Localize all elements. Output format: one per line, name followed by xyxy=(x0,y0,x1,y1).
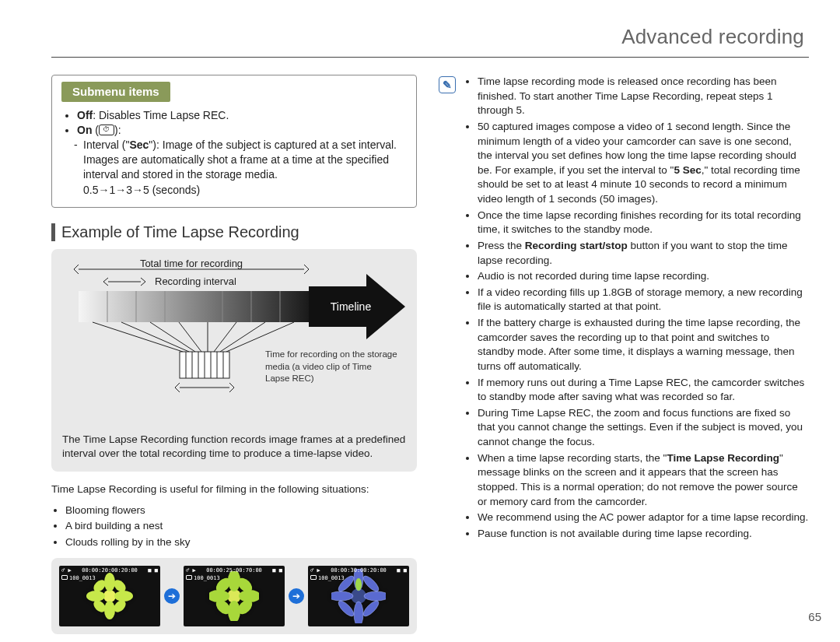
thumbnail-3: < ellipse cx="35" cy="50" rx="4" ry="8"/… xyxy=(308,566,409,626)
list-item: A bird building a nest xyxy=(65,518,417,534)
svg-line-13 xyxy=(150,322,195,352)
list-item: Clouds rolling by in the sky xyxy=(65,535,417,550)
situations-intro: Time Lapse Recording is useful for filmi… xyxy=(51,482,417,496)
svg-line-18 xyxy=(226,322,294,352)
timelapse-icon xyxy=(99,125,114,135)
svg-point-31 xyxy=(86,591,105,602)
interval-line: Interval ("Sec"): Image of the subject i… xyxy=(77,138,405,198)
diagram-box: Total time for recording Recording inter… xyxy=(51,249,417,472)
thumbnail-1: ♂ ▶00:00:20:00:20:00■ ■ 100_0013 xyxy=(59,566,160,626)
note-icon: ✎ xyxy=(439,76,456,93)
note-item: When a time lapse recording starts, the … xyxy=(478,451,809,510)
svg-line-16 xyxy=(214,322,236,352)
total-label: Total time for recording xyxy=(140,258,243,269)
svg-point-30 xyxy=(104,601,115,619)
arrow-right-icon: ➔ xyxy=(164,588,180,604)
note-item: Audio is not recorded during time lapse … xyxy=(478,269,809,284)
timeline-diagram: Total time for recording Recording inter… xyxy=(62,258,406,414)
section-heading: Example of Time Lapse Recording xyxy=(51,223,417,241)
submenu-box: Submenu items Off: Disables Time Lapse R… xyxy=(51,75,417,208)
note-item: Press the Recording start/stop button if… xyxy=(478,239,809,268)
arrow-right-icon: ➔ xyxy=(289,588,304,604)
timeline-label-svg: Timeline xyxy=(331,300,372,313)
note-item: We recommend using the AC power adaptor … xyxy=(478,510,809,525)
svg-line-17 xyxy=(220,322,265,352)
page-number: 65 xyxy=(808,610,821,623)
submenu-title: Submenu items xyxy=(61,82,170,102)
on-label: On xyxy=(77,124,92,136)
svg-point-52 xyxy=(361,574,380,593)
header-rule xyxy=(51,57,809,58)
page-title: Advanced recording xyxy=(51,25,809,54)
svg-point-55 xyxy=(355,578,362,591)
svg-point-32 xyxy=(114,591,133,602)
off-desc: : Disables Time Lapse REC. xyxy=(93,109,229,121)
off-label: Off xyxy=(77,109,93,121)
note-item: 50 captured images compose a video of 1 … xyxy=(478,120,809,207)
svg-point-53 xyxy=(336,598,355,618)
diagram-para: The Time Lapse Recording function record… xyxy=(62,433,406,461)
thumbnails-row: ♂ ▶00:00:20:00:20:00■ ■ 100_0013 ➔ ♂ ▶00… xyxy=(51,558,417,634)
svg-line-12 xyxy=(121,322,189,352)
svg-point-48 xyxy=(354,602,363,623)
svg-point-49 xyxy=(331,591,353,601)
svg-line-11 xyxy=(93,322,183,352)
svg-point-54 xyxy=(361,598,380,618)
interval-label-svg: Recording interval xyxy=(155,275,236,287)
note-item: If memory runs out during a Time Lapse R… xyxy=(478,376,809,405)
submenu-on: On (): Interval ("Sec"): Image of the su… xyxy=(77,123,405,198)
thumbnail-2: ♂ ▶00:00:25:00:70:00■ ■ 100_0013 xyxy=(184,566,285,626)
note-item: Once the time lapse recording finishes r… xyxy=(478,209,809,237)
submenu-off: Off: Disables Time Lapse REC. xyxy=(77,108,405,123)
note-item: If the battery charge is exhausted durin… xyxy=(478,316,809,374)
svg-point-29 xyxy=(104,573,115,591)
svg-point-28 xyxy=(103,590,116,602)
svg-point-50 xyxy=(364,591,386,601)
notes-list: Time lapse recording mode is released on… xyxy=(439,75,809,541)
situations-list: Blooming flowers A bird building a nest … xyxy=(51,503,417,550)
list-item: Blooming flowers xyxy=(65,503,417,518)
note-item: During Time Lapse REC, the zoom and focu… xyxy=(478,406,809,450)
note-item: Time lapse recording mode is released on… xyxy=(478,75,809,118)
note-item: Pause function is not available during t… xyxy=(478,527,809,542)
diagram-caption: Time for recording on the storage media … xyxy=(265,349,397,385)
svg-line-14 xyxy=(179,322,201,352)
note-item: If a video recording fills up 1.8GB of s… xyxy=(478,286,809,314)
interval-values: 0.5→1→3→5 (seconds) xyxy=(83,183,405,198)
